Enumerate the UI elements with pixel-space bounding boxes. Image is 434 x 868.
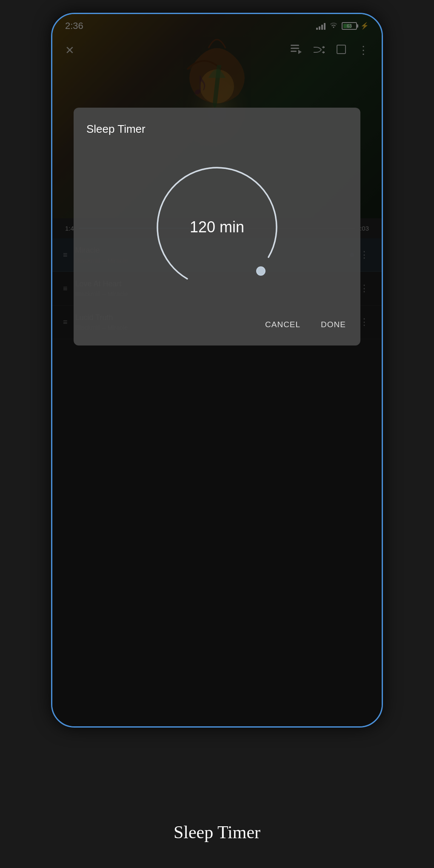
- cancel-button[interactable]: CANCEL: [263, 317, 302, 333]
- timer-value-label: 120 min: [190, 218, 244, 236]
- volume-up-button[interactable]: [51, 99, 52, 125]
- timer-dial-container[interactable]: 120 min: [86, 151, 348, 304]
- done-button[interactable]: DONE: [319, 317, 348, 333]
- phone-frame: 2:36 63: [51, 13, 383, 728]
- dialog-title: Sleep Timer: [86, 123, 348, 136]
- bottom-label-text: Sleep Timer: [174, 822, 260, 842]
- phone-screen: 2:36 63: [52, 14, 382, 726]
- sleep-timer-dialog: Sleep Timer 120 min: [74, 108, 360, 345]
- volume-down-button[interactable]: [51, 137, 52, 163]
- bottom-label-area: Sleep Timer: [0, 822, 434, 842]
- dial-handle: [257, 267, 265, 275]
- power-button[interactable]: [382, 125, 383, 167]
- dialog-buttons: CANCEL DONE: [86, 317, 348, 333]
